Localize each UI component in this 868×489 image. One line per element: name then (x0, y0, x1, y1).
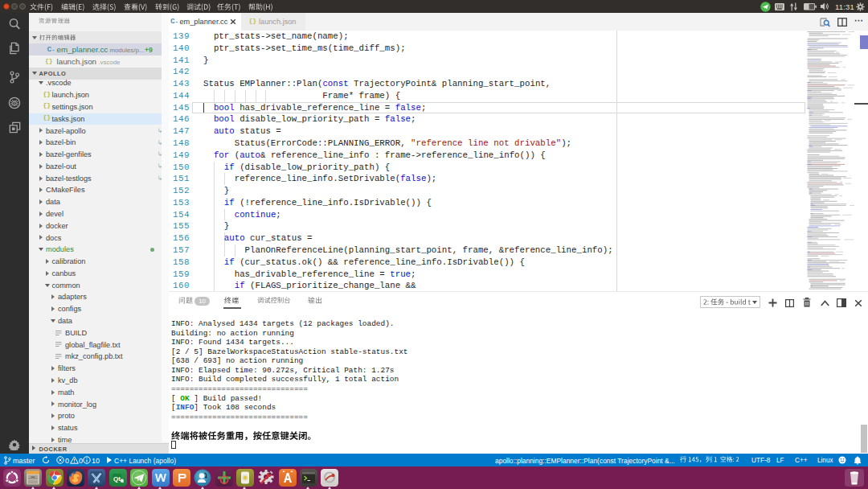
svg-text:Qt: Qt (113, 475, 121, 483)
